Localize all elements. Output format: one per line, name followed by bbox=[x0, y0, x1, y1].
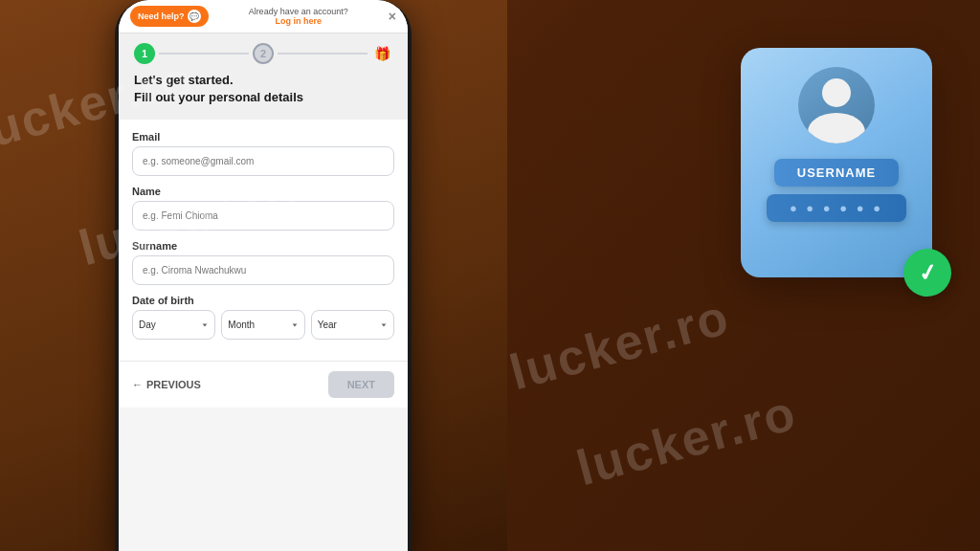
step-line-2 bbox=[278, 53, 368, 55]
avatar-head bbox=[822, 78, 851, 107]
progress-title: Let's get started. Fill out your persona… bbox=[134, 72, 392, 106]
steps-row: 1 2 🎁 bbox=[134, 43, 392, 64]
already-account-area: Already have an account? Log in here bbox=[209, 7, 389, 26]
surname-label: Surname bbox=[132, 240, 394, 252]
phone-screen: Need help? 💬 Already have an account? Lo… bbox=[119, 0, 408, 551]
need-help-button[interactable]: Need help? 💬 bbox=[130, 6, 209, 27]
progress-title-line1: Let's get started. bbox=[134, 73, 234, 87]
previous-button[interactable]: ← PREVIOUS bbox=[132, 379, 201, 390]
email-label: Email bbox=[132, 131, 394, 143]
close-button[interactable]: × bbox=[389, 9, 396, 24]
progress-area: 1 2 🎁 Let's get started. Fill out your p… bbox=[119, 33, 408, 120]
avatar-circle bbox=[798, 67, 875, 143]
dob-label: Date of birth bbox=[132, 295, 394, 306]
login-link[interactable]: Log in here bbox=[275, 16, 322, 26]
bottom-nav: ← PREVIOUS NEXT bbox=[119, 361, 408, 408]
gift-icon: 🎁 bbox=[371, 43, 392, 64]
step-1-number: 1 bbox=[142, 48, 147, 59]
username-badge: USERNAME bbox=[774, 159, 899, 187]
prev-label: PREVIOUS bbox=[146, 379, 201, 390]
name-label: Name bbox=[132, 186, 394, 197]
chat-icon: 💬 bbox=[188, 10, 201, 23]
topbar: Need help? 💬 Already have an account? Lo… bbox=[119, 0, 408, 33]
need-help-label: Need help? bbox=[138, 11, 185, 21]
month-select[interactable]: Month bbox=[221, 310, 304, 340]
checkmark-icon: ✓ bbox=[900, 245, 955, 300]
day-select[interactable]: Day bbox=[132, 310, 215, 340]
prev-arrow-icon: ← bbox=[132, 379, 143, 390]
form-area: Email Name Surname Date of birth Day Mon… bbox=[119, 120, 408, 361]
name-input[interactable] bbox=[132, 201, 394, 231]
avatar-body bbox=[808, 113, 865, 143]
email-input[interactable] bbox=[132, 146, 394, 176]
next-button[interactable]: NEXT bbox=[328, 371, 394, 398]
year-select[interactable]: Year bbox=[311, 310, 394, 340]
dob-row: Day Month Year bbox=[132, 310, 394, 340]
step-2-number: 2 bbox=[260, 48, 266, 59]
step-1-circle: 1 bbox=[134, 43, 155, 64]
phone-frame: Need help? 💬 Already have an account? Lo… bbox=[115, 0, 412, 551]
id-card: USERNAME ● ● ● ● ● ● ✓ bbox=[741, 48, 932, 277]
id-card-illustration: USERNAME ● ● ● ● ● ● ✓ bbox=[741, 48, 951, 316]
step-line-1 bbox=[159, 53, 249, 55]
surname-input[interactable] bbox=[132, 255, 394, 285]
password-badge: ● ● ● ● ● ● bbox=[767, 194, 906, 222]
step-2-circle: 2 bbox=[253, 43, 274, 64]
progress-title-line2: Fill out your personal details bbox=[134, 90, 303, 104]
already-account-text: Already have an account? bbox=[249, 7, 348, 16]
